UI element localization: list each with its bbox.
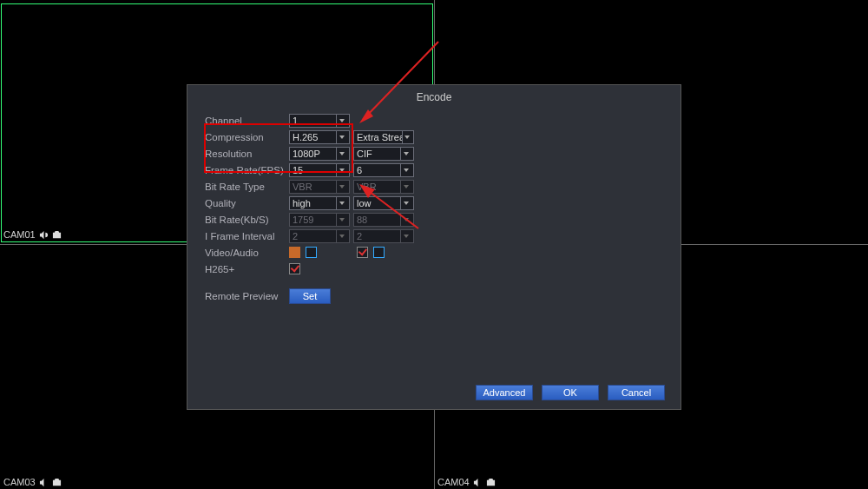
row-bitrate: Bit Rate(Kb/S) 1759 88 bbox=[205, 211, 663, 228]
dropdown-arrow-icon bbox=[336, 148, 346, 160]
cam4-label: CAM04 bbox=[437, 477, 496, 487]
encode-form: Channel 1 Compression H.265 Extra Stream… bbox=[187, 112, 681, 304]
dropdown-arrow-icon bbox=[400, 148, 411, 160]
compression-extra-select[interactable]: Extra Stream bbox=[353, 130, 414, 144]
video-main-checkbox[interactable] bbox=[289, 247, 300, 258]
cancel-button[interactable]: Cancel bbox=[608, 385, 665, 400]
label-bitrate: Bit Rate(Kb/S) bbox=[205, 215, 286, 225]
dropdown-arrow-icon bbox=[336, 197, 346, 209]
resolution-main-select[interactable]: 1080P bbox=[289, 147, 350, 161]
bitrate-extra-select: 88 bbox=[353, 213, 414, 227]
camera-icon bbox=[52, 479, 62, 486]
row-compression: Compression H.265 Extra Stream bbox=[205, 129, 663, 145]
dropdown-arrow-icon bbox=[336, 131, 346, 143]
label-remote: Remote Preview bbox=[205, 291, 286, 301]
video-extra-checkbox[interactable] bbox=[357, 247, 368, 258]
dropdown-arrow-icon bbox=[336, 164, 346, 176]
dropdown-arrow-icon bbox=[400, 214, 411, 226]
camera-icon bbox=[486, 479, 496, 486]
dialog-title: Encode bbox=[187, 85, 681, 112]
bitratetype-main-select: VBR bbox=[289, 180, 350, 194]
speaker-icon bbox=[39, 479, 49, 486]
cam1-label: CAM01 bbox=[3, 229, 62, 240]
h265plus-checkbox[interactable] bbox=[289, 263, 300, 274]
quality-extra-select[interactable]: low bbox=[353, 196, 414, 210]
label-framerate: Frame Rate(FPS) bbox=[205, 165, 286, 175]
framerate-extra-select[interactable]: 6 bbox=[353, 163, 414, 177]
bitratetype-extra-select: VBR bbox=[353, 180, 414, 194]
row-iframe: I Frame Interval 2 2 bbox=[205, 228, 663, 244]
row-videoaudio: Video/Audio bbox=[205, 244, 663, 261]
label-channel: Channel bbox=[205, 116, 286, 126]
advanced-button[interactable]: Advanced bbox=[476, 385, 533, 400]
compression-main-select[interactable]: H.265 bbox=[289, 130, 350, 144]
row-h265plus: H265+ bbox=[205, 261, 663, 277]
cam3-label: CAM03 bbox=[3, 477, 62, 487]
dropdown-arrow-icon bbox=[336, 115, 346, 127]
label-quality: Quality bbox=[205, 198, 286, 208]
dropdown-arrow-icon bbox=[402, 131, 411, 143]
audio-extra-checkbox[interactable] bbox=[373, 247, 385, 258]
dropdown-arrow-icon bbox=[400, 197, 411, 209]
row-quality: Quality high low bbox=[205, 195, 663, 211]
dropdown-arrow-icon bbox=[336, 230, 346, 242]
dropdown-arrow-icon bbox=[400, 164, 411, 176]
row-remote: Remote Preview Set bbox=[205, 287, 663, 304]
dropdown-arrow-icon bbox=[336, 181, 346, 193]
camera-icon bbox=[52, 231, 62, 239]
ok-button[interactable]: OK bbox=[542, 385, 599, 400]
row-channel: Channel 1 bbox=[205, 112, 663, 129]
label-resolution: Resolution bbox=[205, 149, 286, 159]
row-resolution: Resolution 1080P CIF bbox=[205, 145, 663, 162]
label-iframe: I Frame Interval bbox=[205, 231, 286, 241]
bitrate-main-select: 1759 bbox=[289, 213, 350, 227]
va-extra-checks bbox=[357, 247, 418, 258]
label-bitratetype: Bit Rate Type bbox=[205, 182, 286, 192]
dialog-footer: Advanced OK Cancel bbox=[476, 385, 665, 400]
channel-select[interactable]: 1 bbox=[289, 114, 350, 128]
label-h265plus: H265+ bbox=[205, 264, 286, 274]
cam1-name: CAM01 bbox=[3, 229, 36, 240]
dropdown-arrow-icon bbox=[400, 230, 411, 242]
quality-main-select[interactable]: high bbox=[289, 196, 350, 210]
framerate-main-select[interactable]: 15 bbox=[289, 163, 350, 177]
iframe-main-select: 2 bbox=[289, 229, 350, 243]
speaker-icon bbox=[39, 231, 49, 239]
label-videoaudio: Video/Audio bbox=[205, 248, 286, 258]
cam4-name: CAM04 bbox=[437, 477, 470, 487]
speaker-icon bbox=[473, 479, 483, 486]
cam3-name: CAM03 bbox=[3, 477, 36, 487]
encode-dialog: Encode Channel 1 Compression H.265 Extra… bbox=[187, 84, 681, 410]
dropdown-arrow-icon bbox=[336, 214, 346, 226]
label-compression: Compression bbox=[205, 132, 286, 142]
row-bitratetype: Bit Rate Type VBR VBR bbox=[205, 178, 663, 195]
va-main-checks bbox=[289, 247, 350, 258]
iframe-extra-select: 2 bbox=[353, 229, 414, 243]
set-button[interactable]: Set bbox=[289, 288, 331, 304]
dropdown-arrow-icon bbox=[400, 181, 411, 193]
resolution-extra-select[interactable]: CIF bbox=[353, 147, 414, 161]
audio-main-checkbox[interactable] bbox=[306, 247, 317, 258]
row-framerate: Frame Rate(FPS) 15 6 bbox=[205, 162, 663, 178]
